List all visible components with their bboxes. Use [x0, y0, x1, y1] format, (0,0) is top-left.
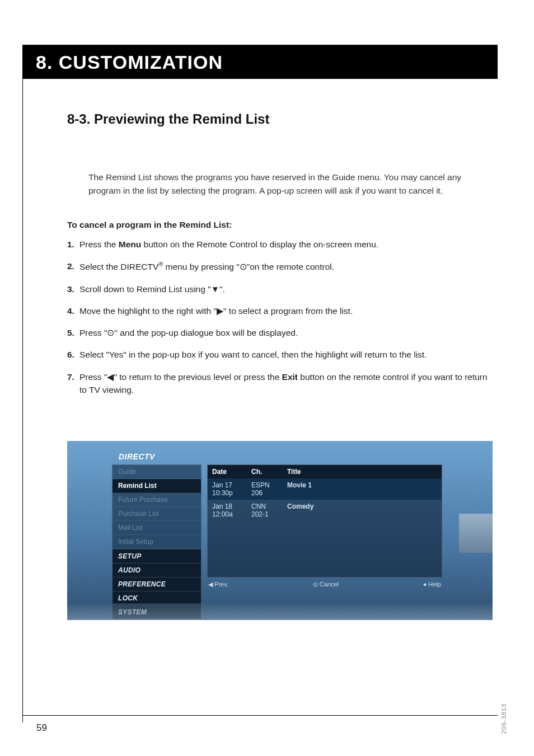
step-number: 5.	[67, 326, 79, 339]
cell-title: Comedy	[283, 500, 442, 521]
left-arrow-icon: ◀	[107, 372, 114, 382]
text-fragment: Jan 18	[212, 503, 232, 510]
tv-right-table: Date Ch. Title Jan 17 10:30p ESPN	[207, 464, 442, 619]
step-text: Press "◀" to return to the previous leve…	[79, 370, 493, 397]
step-3: 3. Scroll down to Remind List using "▼".	[67, 283, 493, 295]
text-fragment: button on the Remote Control to display …	[141, 240, 378, 249]
cell-date: Jan 17 10:30p	[208, 478, 247, 500]
page-number: 59	[36, 722, 47, 734]
text-fragment: "on the remote control.	[247, 262, 334, 271]
text-fragment: Press "	[79, 372, 107, 382]
subheading: To cancel a program in the Remind List:	[67, 220, 493, 230]
menu-item-guide: Guide	[113, 465, 201, 479]
section-title: 8-3. Previewing the Remind List	[67, 111, 493, 127]
bold-text: Menu	[119, 240, 141, 249]
cell-date: Jan 18 12:00a	[208, 500, 247, 521]
step-number: 1.	[67, 238, 79, 251]
text-fragment: 206	[251, 489, 263, 497]
text-fragment: ".	[219, 284, 225, 294]
step-6: 6. Select "Yes" in the pop-up box if you…	[67, 348, 493, 361]
step-number: 2.	[67, 260, 79, 273]
table-row: Jan 17 10:30p ESPN 206 Movie 1	[208, 478, 442, 500]
step-text: Press "⊙" and the pop-up dialogue box wi…	[79, 326, 493, 339]
table-row: Jan 18 12:00a CNN 202-1 Comedy	[208, 500, 442, 521]
text-fragment: ESPN	[251, 481, 270, 489]
text-fragment: Press the	[79, 240, 119, 249]
document-code: 206-3813	[500, 703, 507, 734]
step-text: Press the Menu button on the Remote Cont…	[79, 238, 493, 251]
tv-brand-label: DIRECTV	[119, 452, 442, 461]
vertical-rule	[22, 72, 23, 722]
text-fragment: Press "	[79, 328, 107, 337]
tv-left-menu: Guide Remind List Future Purchase Purcha…	[112, 464, 202, 619]
step-text: Select "Yes" in the pop-up box if you wa…	[79, 348, 493, 361]
bottom-rule	[22, 715, 498, 716]
text-fragment: " to return to the previous level or pre…	[114, 372, 282, 382]
menu-section-audio: AUDIO	[113, 563, 201, 577]
tv-screenshot: DIRECTV Guide Remind List Future Purchas…	[67, 441, 493, 620]
step-number: 3.	[67, 283, 79, 295]
text-fragment: Move the highlight to the right with "	[79, 306, 217, 316]
text-fragment: menu by pressing "	[163, 262, 239, 271]
step-text: Select the DIRECTV® menu by pressing "⊙"…	[79, 260, 493, 273]
col-date: Date	[208, 465, 247, 478]
text-fragment: Select the DIRECTV	[79, 262, 158, 271]
menu-section-lock: LOCK	[113, 591, 201, 605]
menu-item-future-purchase: Future Purchase	[113, 493, 201, 507]
step-4: 4. Move the highlight to the right with …	[67, 304, 493, 317]
step-5: 5. Press "⊙" and the pop-up dialogue box…	[67, 326, 493, 339]
col-ch: Ch.	[247, 465, 283, 478]
menu-section-preference: PREFERENCE	[113, 577, 201, 591]
text-fragment: " to select a program from the list.	[223, 306, 353, 316]
select-icon: ⊙	[107, 328, 114, 337]
step-7: 7. Press "◀" to return to the previous l…	[67, 370, 493, 397]
down-arrow-icon: ▼	[211, 284, 219, 294]
background-building	[459, 514, 493, 553]
footer-prev: ◀ Prev.	[208, 581, 228, 588]
step-number: 6.	[67, 348, 79, 361]
step-2: 2. Select the DIRECTV® menu by pressing …	[67, 260, 493, 273]
menu-item-mail-list: Mail List	[113, 521, 201, 535]
table-header-row: Date Ch. Title	[208, 465, 442, 478]
footer-help: ● Help	[423, 581, 441, 588]
right-arrow-icon: ▶	[217, 306, 223, 316]
text-fragment: 10:30p	[212, 489, 233, 497]
col-title: Title	[283, 465, 442, 478]
step-1: 1. Press the Menu button on the Remote C…	[67, 238, 493, 251]
text-fragment: CNN	[251, 503, 266, 510]
step-text: Scroll down to Remind List using "▼".	[79, 283, 493, 295]
text-fragment: 202-1	[251, 510, 269, 518]
chapter-title: 8. CUSTOMIZATION	[36, 51, 484, 73]
tv-panel: DIRECTV Guide Remind List Future Purchas…	[112, 452, 442, 609]
chapter-header: 8. CUSTOMIZATION	[22, 45, 498, 79]
menu-section-setup: SETUP	[113, 549, 201, 563]
select-icon: ⊙	[240, 262, 247, 271]
step-number: 7.	[67, 370, 79, 397]
menu-item-remind-list: Remind List	[113, 479, 201, 493]
footer-cancel: ⊙ Cancel	[313, 581, 339, 588]
text-fragment: Scroll down to Remind List using "	[79, 284, 211, 294]
text-fragment: " and the pop-up dialogue box will be di…	[114, 328, 298, 337]
tv-footer: ◀ Prev. ⊙ Cancel ● Help	[207, 577, 442, 588]
cell-title: Movie 1	[283, 478, 442, 500]
text-fragment: Jan 17	[212, 481, 232, 489]
menu-item-initial-setup: Initial Setup	[113, 535, 201, 549]
bold-text: Exit	[282, 372, 298, 382]
table-empty-area	[208, 521, 442, 577]
cell-ch: ESPN 206	[247, 478, 283, 500]
menu-section-system: SYSTEM	[113, 605, 201, 619]
step-number: 4.	[67, 304, 79, 317]
step-list: 1. Press the Menu button on the Remote C…	[67, 238, 493, 396]
menu-item-purchase-list: Purchase List	[113, 507, 201, 521]
text-fragment: 12:00a	[212, 510, 233, 518]
cell-ch: CNN 202-1	[247, 500, 283, 521]
intro-paragraph: The Remind List shows the programs you h…	[88, 171, 493, 198]
step-text: Move the highlight to the right with "▶"…	[79, 304, 493, 317]
page-content: 8-3. Previewing the Remind List The Remi…	[67, 111, 493, 620]
